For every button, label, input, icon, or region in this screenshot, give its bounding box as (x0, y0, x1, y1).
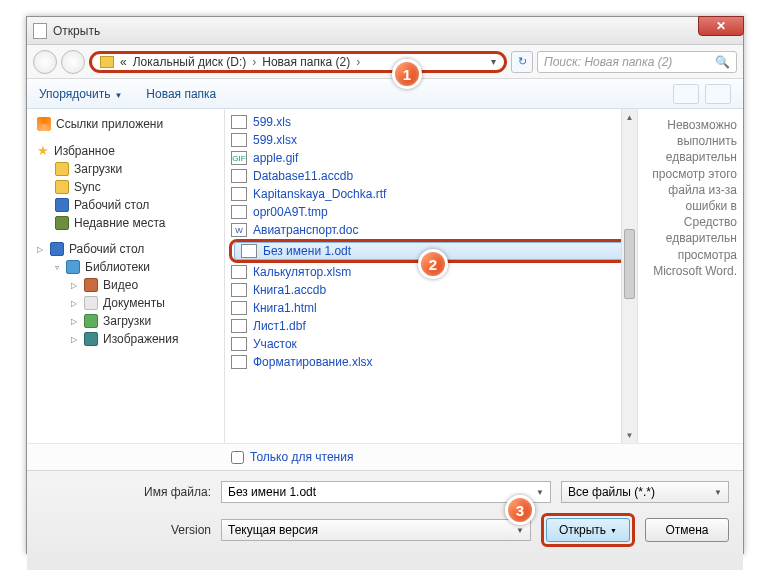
file-row[interactable]: Форматирование.xlsx (225, 353, 637, 371)
sidebar-documents[interactable]: ▷Документы (33, 294, 224, 312)
file-row[interactable]: Книга1.html (225, 299, 637, 317)
open-button[interactable]: Открыть▼ (546, 518, 630, 542)
sidebar-app-links[interactable]: Ссылки приложени (33, 115, 224, 133)
accdb-icon (231, 283, 247, 297)
search-input[interactable]: Поиск: Новая папка (2) 🔍 (537, 51, 737, 73)
breadcrumb-seg2[interactable]: Новая папка (2) (262, 55, 350, 69)
scroll-thumb[interactable] (624, 229, 635, 299)
organize-menu[interactable]: Упорядочить▼ (39, 87, 122, 101)
document-icon (33, 23, 47, 39)
doc-icon: W (231, 223, 247, 237)
sidebar: Ссылки приложени ★Избранное Загрузки Syn… (27, 109, 225, 443)
titlebar: Открыть ✕ (27, 17, 743, 45)
callout-2: 2 (418, 249, 448, 279)
close-button[interactable]: ✕ (698, 16, 744, 36)
window-title: Открыть (53, 24, 100, 38)
dbf-icon (231, 319, 247, 333)
sidebar-desktop2[interactable]: ▷Рабочий стол (33, 240, 224, 258)
open-dialog: Открыть ✕ « Локальный диск (D:) › Новая … (26, 16, 744, 554)
callout-1: 1 (392, 59, 422, 89)
file-row[interactable]: Лист1.dbf (225, 317, 637, 335)
file-row[interactable]: 599.xlsx (225, 131, 637, 149)
toolbar: Упорядочить▼ Новая папка (27, 79, 743, 109)
callout-3: 3 (505, 495, 535, 525)
file-row[interactable]: GIFapple.gif (225, 149, 637, 167)
odt-icon (241, 244, 257, 258)
sidebar-downloads[interactable]: Загрузки (33, 160, 224, 178)
sidebar-video[interactable]: ▷Видео (33, 276, 224, 294)
file-row[interactable]: Kapitanskaya_Dochka.rtf (225, 185, 637, 203)
preview-pane: Невозможно выполнить едварительн просмот… (637, 109, 743, 443)
file-row[interactable]: opr00A9T.tmp (225, 203, 637, 221)
rtf-icon (231, 187, 247, 201)
scroll-up-icon[interactable]: ▲ (622, 109, 637, 125)
file-row[interactable]: Участок (225, 335, 637, 353)
breadcrumb-seg1[interactable]: Локальный диск (D:) (133, 55, 247, 69)
folder-icon (100, 56, 114, 68)
sidebar-downloads2[interactable]: ▷Загрузки (33, 312, 224, 330)
help-button[interactable] (705, 84, 731, 104)
file-row[interactable]: 599.xls (225, 113, 637, 131)
footer: Имя файла: Без имени 1.odt▼ Все файлы (*… (27, 470, 743, 570)
sidebar-favorites[interactable]: ★Избранное (33, 141, 224, 160)
file-row[interactable]: WАвиатранспорт.doc (225, 221, 637, 239)
desktop-icon (50, 242, 64, 256)
sidebar-desktop[interactable]: Рабочий стол (33, 196, 224, 214)
gif-icon: GIF (231, 151, 247, 165)
sidebar-images[interactable]: ▷Изображения (33, 330, 224, 348)
new-folder-button[interactable]: Новая папка (146, 87, 216, 101)
breadcrumb-sep: › (252, 55, 256, 69)
file-row[interactable]: Database11.accdb (225, 167, 637, 185)
star-icon: ★ (37, 143, 49, 158)
accdb-icon (231, 169, 247, 183)
breadcrumb[interactable]: « Локальный диск (D:) › Новая папка (2) … (89, 51, 507, 73)
cancel-button[interactable]: Отмена (645, 518, 729, 542)
preview-text: Невозможно выполнить едварительн просмот… (644, 117, 737, 279)
readonly-label: Только для чтения (250, 450, 353, 464)
xls-icon (231, 115, 247, 129)
html-icon (231, 301, 247, 315)
refresh-button[interactable]: ↻ (511, 51, 533, 73)
desktop-icon (55, 198, 69, 212)
folder-icon (55, 180, 69, 194)
xlsm-icon (231, 265, 247, 279)
chevron-down-icon[interactable]: ▾ (491, 56, 496, 67)
xlsx-icon (231, 355, 247, 369)
folder-icon (55, 162, 69, 176)
file-row[interactable]: Книга1.accdb (225, 281, 637, 299)
xlsx-icon (231, 133, 247, 147)
folder-icon (84, 314, 98, 328)
open-highlight: Открыть▼ (541, 513, 635, 547)
search-placeholder: Поиск: Новая папка (2) (544, 55, 672, 69)
xlsx-icon (231, 337, 247, 351)
readonly-row: Только для чтения (27, 443, 743, 470)
version-label: Version (41, 523, 211, 537)
library-icon (66, 260, 80, 274)
sidebar-recent[interactable]: Недавние места (33, 214, 224, 232)
document-icon (84, 296, 98, 310)
sidebar-libraries[interactable]: ▿Библиотеки (33, 258, 224, 276)
vlc-icon (37, 117, 51, 131)
breadcrumb-chev: « (120, 55, 127, 69)
tmp-icon (231, 205, 247, 219)
images-icon (84, 332, 98, 346)
view-button[interactable] (673, 84, 699, 104)
forward-button[interactable] (61, 50, 85, 74)
recent-icon (55, 216, 69, 230)
sidebar-sync[interactable]: Sync (33, 178, 224, 196)
search-icon: 🔍 (715, 55, 730, 69)
nav-row: « Локальный диск (D:) › Новая папка (2) … (27, 45, 743, 79)
scroll-down-icon[interactable]: ▼ (622, 427, 637, 443)
dialog-body: Ссылки приложени ★Избранное Загрузки Syn… (27, 109, 743, 443)
back-button[interactable] (33, 50, 57, 74)
breadcrumb-sep: › (356, 55, 360, 69)
version-combo[interactable]: Текущая версия▼ (221, 519, 531, 541)
filename-input[interactable]: Без имени 1.odt▼ (221, 481, 551, 503)
filetype-combo[interactable]: Все файлы (*.*)▼ (561, 481, 729, 503)
scrollbar[interactable]: ▲ ▼ (621, 109, 637, 443)
filename-label: Имя файла: (41, 485, 211, 499)
video-icon (84, 278, 98, 292)
readonly-checkbox[interactable] (231, 451, 244, 464)
